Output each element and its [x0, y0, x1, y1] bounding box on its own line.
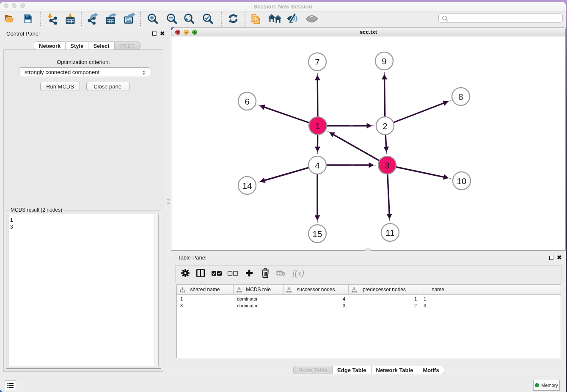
- float-table-panel-icon[interactable]: [549, 256, 553, 260]
- mcds-result-item[interactable]: 3: [10, 224, 158, 230]
- export-table-icon[interactable]: [104, 11, 118, 26]
- tab-mcds[interactable]: MCDS: [115, 41, 140, 50]
- tab-network-table[interactable]: Network Table: [372, 366, 418, 374]
- zoom-selected-icon[interactable]: [201, 11, 215, 26]
- cell-name[interactable]: 3: [420, 302, 456, 309]
- node-label: 8: [458, 92, 463, 102]
- node-2[interactable]: 2: [376, 117, 394, 135]
- edge-arrowhead: [387, 214, 392, 219]
- toolbar-separator: [140, 12, 141, 26]
- hide-panel-eye-slash-icon[interactable]: [286, 11, 300, 26]
- open-folder-icon[interactable]: [2, 11, 17, 26]
- show-panel-eye-icon[interactable]: [305, 11, 319, 26]
- mcds-result-group: MCDS result (2 nodes) 13: [6, 210, 161, 369]
- edge-arrowhead: [260, 178, 266, 183]
- node-6[interactable]: 6: [238, 92, 256, 110]
- mcds-result-item[interactable]: 1: [10, 217, 158, 224]
- save-icon[interactable]: [21, 11, 35, 26]
- node-4[interactable]: 4: [308, 156, 326, 174]
- cell-successor-nodes[interactable]: 4: [284, 295, 349, 302]
- cell-shared-name[interactable]: 1: [177, 295, 234, 302]
- cell-shared-name[interactable]: 3: [177, 302, 234, 309]
- memory-button[interactable]: Memory: [533, 380, 560, 391]
- task-history-button[interactable]: [5, 380, 16, 390]
- tab-network[interactable]: Network: [34, 41, 66, 50]
- table-panel: Table Panel ✖ f(x) shared name MCDS role…: [171, 254, 566, 376]
- splitter-grip[interactable]: [167, 199, 170, 204]
- close-panel-icon[interactable]: ✖: [160, 31, 165, 36]
- column-header-MCDS-role[interactable]: MCDS role: [234, 285, 284, 294]
- edge-arrowhead: [315, 75, 320, 80]
- tab-select[interactable]: Select: [88, 41, 114, 50]
- delete-column-icon[interactable]: [261, 268, 270, 279]
- refresh-view-icon[interactable]: [226, 11, 240, 26]
- import-network-icon[interactable]: [44, 11, 59, 26]
- node-11[interactable]: 11: [381, 224, 399, 241]
- close-table-panel-icon[interactable]: ✖: [557, 255, 562, 260]
- column-header-shared-name[interactable]: shared name: [177, 285, 234, 294]
- close-panel-button[interactable]: Close panel: [86, 82, 130, 91]
- delete-table-icon: [276, 270, 286, 278]
- split-view-icon[interactable]: [196, 269, 205, 279]
- criterion-select[interactable]: strongly connected component: [19, 67, 150, 77]
- cell-predecessor-nodes[interactable]: 2: [349, 302, 420, 309]
- import-table-icon[interactable]: [63, 11, 77, 26]
- node-label: 4: [315, 160, 319, 170]
- horizontal-splitter-grip[interactable]: [365, 248, 371, 251]
- node-8[interactable]: 8: [452, 88, 470, 105]
- node-7[interactable]: 7: [308, 53, 326, 71]
- vertical-splitter[interactable]: [166, 27, 171, 376]
- node-9[interactable]: 9: [375, 52, 393, 70]
- edge-arrowhead: [383, 146, 389, 152]
- node-1[interactable]: 1: [309, 117, 327, 135]
- node-3[interactable]: 3: [378, 156, 396, 174]
- cell-successor-nodes[interactable]: 3: [284, 302, 349, 309]
- edge-arrow-tail: [258, 105, 260, 106]
- optimization-criterion-label: Optimization criterion:: [4, 59, 163, 65]
- cell-name[interactable]: 1: [420, 295, 456, 302]
- column-label: successor nodes: [297, 287, 335, 293]
- column-type-icon: [352, 287, 357, 293]
- run-mcds-button[interactable]: Run MCDS: [40, 82, 80, 91]
- cell-MCDS-role[interactable]: dominator: [234, 295, 284, 302]
- gear-icon[interactable]: [181, 269, 190, 279]
- table-row[interactable]: 1dominator411: [177, 295, 561, 302]
- add-column-icon[interactable]: [245, 269, 253, 279]
- column-header-successor-nodes[interactable]: successor nodes: [284, 285, 349, 294]
- zoom-out-icon[interactable]: [165, 11, 179, 26]
- deselect-all-checkboxes-icon[interactable]: [228, 270, 238, 278]
- export-image-icon[interactable]: [122, 11, 136, 26]
- node-label: 11: [385, 228, 394, 237]
- column-header-predecessor-nodes[interactable]: predecessor nodes: [349, 285, 420, 294]
- zoom-fit-icon[interactable]: [182, 11, 196, 26]
- zoom-in-icon[interactable]: [146, 11, 160, 26]
- tab-node-table[interactable]: Node Table: [293, 366, 333, 374]
- network-window: scc.txt 1234678910111415: [171, 27, 566, 251]
- home-icon[interactable]: [267, 11, 282, 26]
- float-panel-icon[interactable]: [152, 31, 157, 36]
- result-scrollbar[interactable]: [154, 214, 158, 366]
- node-10[interactable]: 10: [453, 172, 471, 190]
- search-input[interactable]: [438, 13, 563, 23]
- network-graph-canvas[interactable]: 1234678910111415: [171, 36, 565, 251]
- main-titlebar: Session: New Session: [0, 2, 566, 11]
- function-builder-icon: f(x): [292, 268, 306, 279]
- table-row[interactable]: 3dominator323: [177, 302, 561, 309]
- node-15[interactable]: 15: [308, 225, 326, 243]
- network-window-titlebar[interactable]: scc.txt: [171, 28, 565, 36]
- tab-style[interactable]: Style: [66, 41, 88, 50]
- cell-predecessor-nodes[interactable]: 1: [349, 295, 420, 302]
- node-14[interactable]: 14: [238, 177, 256, 194]
- node-table[interactable]: shared name MCDS role successor nodes pr…: [176, 284, 561, 358]
- session-files-icon[interactable]: [249, 11, 263, 26]
- column-header-name[interactable]: name: [420, 285, 456, 294]
- cell-MCDS-role[interactable]: dominator: [234, 302, 284, 309]
- tab-motifs[interactable]: Motifs: [418, 366, 444, 374]
- tab-edge-table[interactable]: Edge Table: [333, 366, 371, 374]
- mcds-result-list[interactable]: 13: [8, 214, 159, 366]
- table-header-row: shared name MCDS role successor nodes pr…: [177, 285, 561, 295]
- select-all-checkboxes-icon[interactable]: [212, 270, 222, 278]
- task-list-icon: [7, 383, 14, 388]
- edge-2-8[interactable]: [385, 103, 444, 126]
- export-network-icon[interactable]: [85, 11, 100, 26]
